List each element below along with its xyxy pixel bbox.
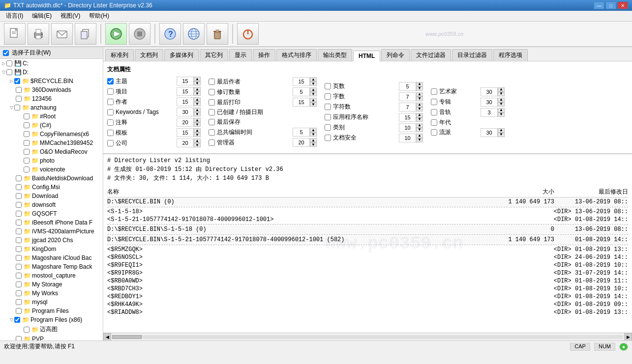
scroll-left-btn[interactable]: ◀ <box>103 333 111 341</box>
tree-item-root[interactable]: 📁 #Root <box>0 112 103 121</box>
checkbox-pvp[interactable] <box>16 336 22 340</box>
checkbox-cs[interactable] <box>24 122 30 128</box>
tree-item-csharp[interactable]: 📁 (C#) <box>0 121 103 130</box>
tree-item-mysql[interactable]: 📁 mysql <box>0 298 103 307</box>
checkbox-mi[interactable] <box>16 255 22 261</box>
checkbox-pf[interactable] <box>16 308 22 314</box>
spinbox-lastprint-down[interactable]: ▼ <box>310 102 317 107</box>
spinbox-item-up[interactable]: ▲ <box>194 87 201 91</box>
checkbox-iv[interactable] <box>16 228 22 234</box>
spinbox-appname-down[interactable]: ▼ <box>416 117 423 122</box>
spinbox-comment-down[interactable]: ▼ <box>194 122 201 127</box>
tree-item-myworks[interactable]: 📁 My Works <box>0 289 103 298</box>
spinbox-manager-down[interactable]: ▼ <box>310 142 317 147</box>
tab-format[interactable]: 格式与排序 <box>276 49 317 61</box>
checkbox-config[interactable] <box>16 184 22 190</box>
checkbox-template[interactable] <box>107 130 114 136</box>
checkbox-c[interactable] <box>6 60 12 66</box>
tab-display[interactable]: 显示 <box>229 49 252 61</box>
tree-item-d[interactable]: ▽ 💾 D: <box>0 68 103 77</box>
tree-item-download[interactable]: 📁 Download <box>0 192 103 200</box>
spinbox-author-up[interactable]: ▲ <box>194 97 201 102</box>
checkbox-artist[interactable] <box>431 88 437 95</box>
checkbox-voice[interactable] <box>24 167 30 172</box>
spinbox-subject-down[interactable]: ▼ <box>194 81 201 85</box>
checkbox-ds[interactable] <box>16 202 22 208</box>
menu-view[interactable]: 视图(V) <box>57 11 84 21</box>
spinbox-template-down[interactable]: ▼ <box>194 133 201 137</box>
checkbox-gq[interactable] <box>16 211 22 217</box>
spinbox-keywords-down[interactable]: ▼ <box>194 112 201 116</box>
spinbox-manager-up[interactable]: ▲ <box>310 138 317 142</box>
tab-other[interactable]: 其它列 <box>200 49 228 61</box>
tab-html[interactable]: HTML <box>353 51 380 61</box>
spinbox-keywords-up[interactable]: ▲ <box>194 108 201 112</box>
checkbox-baidu[interactable] <box>16 175 22 181</box>
email-button[interactable] <box>51 23 73 45</box>
spinbox-template-input[interactable] <box>177 128 194 137</box>
checkbox-123[interactable] <box>16 96 22 102</box>
spinbox-revisions-input[interactable] <box>293 87 310 96</box>
checkbox-mt[interactable] <box>16 264 22 270</box>
tree-item-voice[interactable]: 📁 voicenote <box>0 165 103 174</box>
tree-item-copyfiles[interactable]: 📁 CopyFilenames(x6 <box>0 130 103 139</box>
spinbox-artist-down[interactable]: ▼ <box>498 92 505 96</box>
spinbox-track-down[interactable]: ▼ <box>498 112 505 117</box>
spinbox-revisions-down[interactable]: ▼ <box>310 92 317 96</box>
help-button[interactable]: ? <box>159 23 181 45</box>
spinbox-lastauthor-input[interactable] <box>293 77 310 86</box>
checkbox-anz[interactable] <box>14 105 20 111</box>
spinbox-subject-up[interactable]: ▲ <box>194 77 201 81</box>
tree-item-mystorage[interactable]: 📁 My Storage <box>0 280 103 289</box>
checkbox-mysql[interactable] <box>16 299 22 305</box>
horizontal-scrollbar[interactable]: ◀ ▶ <box>103 333 632 340</box>
checkbox-lastsave[interactable] <box>209 119 215 125</box>
checkbox-mmc[interactable] <box>24 140 30 146</box>
spinbox-company-input[interactable] <box>177 139 194 147</box>
checkbox-mgt[interactable] <box>24 327 30 333</box>
tree-item-gqsoft[interactable]: 📁 GQSOFT <box>0 209 103 218</box>
maximize-button[interactable]: □ <box>605 1 616 9</box>
checkbox-pages[interactable] <box>325 83 331 89</box>
spinbox-artist-input[interactable] <box>481 87 498 96</box>
tab-prefs[interactable]: 程序选项 <box>493 49 528 61</box>
checkbox-recycle[interactable] <box>14 78 20 84</box>
spinbox-appname-input[interactable] <box>399 113 416 122</box>
spinbox-edittime-input[interactable] <box>293 128 310 137</box>
spinbox-album-down[interactable]: ▼ <box>498 102 505 107</box>
spinbox-pages-down[interactable]: ▼ <box>416 86 423 91</box>
stop-button[interactable] <box>129 23 150 45</box>
checkbox-keywords[interactable] <box>107 109 114 115</box>
tree-item-mago-icloud[interactable]: 📁 Magoshare iCloud Bac <box>0 253 103 262</box>
checkbox-pfx[interactable] <box>14 317 20 323</box>
spinbox-category-input[interactable] <box>399 123 416 132</box>
spinbox-company-up[interactable]: ▲ <box>194 139 201 143</box>
spinbox-album-input[interactable] <box>481 98 498 107</box>
tree-item-baidu[interactable]: 📁 BaiduNetdiskDownload <box>0 174 103 183</box>
tree-item-maigaotu[interactable]: 📁 迈高图 <box>0 324 103 335</box>
checkbox-copy[interactable] <box>24 131 30 137</box>
tab-dirfilter[interactable]: 目录过滤器 <box>452 49 492 61</box>
spinbox-words-input[interactable] <box>399 92 416 101</box>
checkbox-d[interactable] <box>6 69 12 75</box>
spinbox-item-input[interactable] <box>177 87 194 96</box>
checkbox-edittime[interactable] <box>209 129 215 136</box>
spinbox-chars-down[interactable]: ▼ <box>416 107 423 112</box>
checkbox-oo[interactable] <box>24 149 30 155</box>
scroll-right-btn[interactable]: ▶ <box>624 333 632 341</box>
tab-output[interactable]: 输出类型 <box>318 49 352 61</box>
checkbox-dl[interactable] <box>16 193 22 199</box>
checkbox-company[interactable] <box>107 140 114 146</box>
checkbox-lastprint[interactable] <box>209 99 215 106</box>
checkbox-security[interactable] <box>325 135 331 141</box>
tree-item-progfiles[interactable]: 📁 Program Files <box>0 307 103 315</box>
spinbox-genre-input[interactable] <box>481 128 498 137</box>
checkbox-lastauthor[interactable] <box>209 79 215 85</box>
spinbox-keywords-input[interactable] <box>177 108 194 116</box>
spinbox-edittime-up[interactable]: ▲ <box>310 128 317 132</box>
copy-button[interactable] <box>75 23 96 45</box>
tree-item-jgcad[interactable]: 📁 jgcad 2020 Chs <box>0 236 103 245</box>
tree-item-mago-temp[interactable]: 📁 Magoshare Temp Back <box>0 262 103 271</box>
tree-item-123456[interactable]: 📁 123456 <box>0 94 103 103</box>
spinbox-author-down[interactable]: ▼ <box>194 102 201 106</box>
